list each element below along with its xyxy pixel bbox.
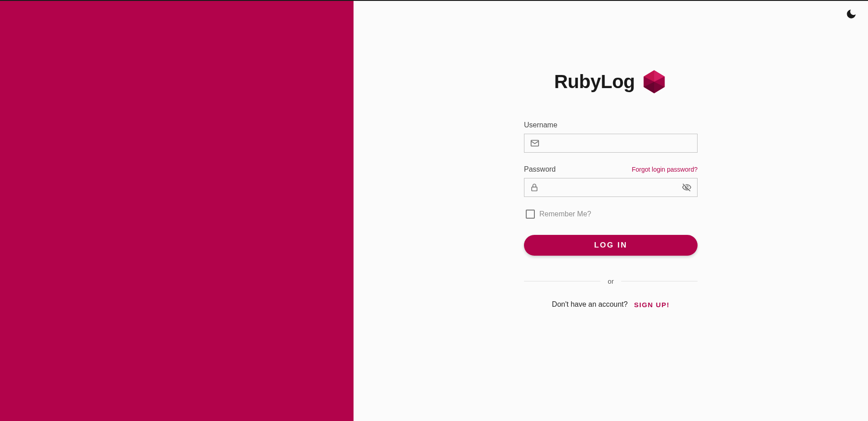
divider-row: or: [524, 277, 698, 285]
password-input[interactable]: [542, 178, 678, 196]
remember-me-label[interactable]: Remember Me?: [539, 210, 591, 218]
logo-section: RubyLog: [554, 69, 667, 95]
username-label: Username: [524, 121, 698, 129]
ruby-gem-icon: [641, 69, 667, 95]
brand-name: RubyLog: [554, 71, 635, 93]
svg-rect-8: [532, 187, 537, 191]
toggle-password-visibility[interactable]: [682, 182, 692, 192]
password-label: Password: [524, 165, 556, 173]
login-form: Username Password Forgot login password?: [524, 121, 698, 309]
signup-prompt: Don't have an account?: [552, 300, 628, 309]
divider-text: or: [608, 277, 613, 285]
left-decorative-panel: [0, 1, 354, 421]
login-button[interactable]: LOG IN: [524, 235, 698, 256]
signup-row: Don't have an account? SIGN UP!: [524, 300, 698, 309]
signup-link[interactable]: SIGN UP!: [634, 301, 670, 309]
email-icon: [530, 138, 540, 148]
remember-me-checkbox[interactable]: [526, 210, 535, 219]
theme-toggle-button[interactable]: [845, 8, 857, 22]
password-field-group: Password Forgot login password?: [524, 165, 698, 197]
right-login-panel: RubyLog Username: [354, 1, 868, 421]
password-input-wrapper[interactable]: [524, 178, 698, 197]
eye-off-icon: [682, 182, 692, 192]
username-input-wrapper[interactable]: [524, 134, 698, 153]
forgot-password-link[interactable]: Forgot login password?: [632, 166, 698, 173]
lock-icon: [530, 183, 539, 192]
divider-line-left: [524, 281, 600, 281]
main-container: RubyLog Username: [0, 1, 868, 421]
moon-icon: [845, 8, 857, 20]
divider-line-right: [621, 281, 698, 281]
username-input[interactable]: [543, 134, 692, 152]
remember-me-row: Remember Me?: [524, 210, 698, 219]
username-field-group: Username: [524, 121, 698, 153]
